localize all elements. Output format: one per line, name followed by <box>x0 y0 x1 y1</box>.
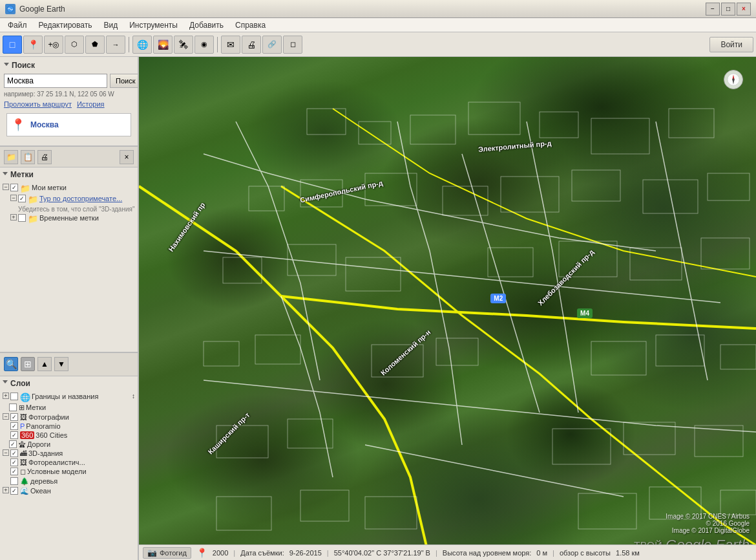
map-area[interactable]: Симферопольский пр-д Электролитный пр-д … <box>139 57 756 560</box>
labels-checkbox[interactable] <box>9 404 17 411</box>
select-tool-button[interactable]: □ <box>3 36 22 54</box>
photogid-button[interactable]: 📷 Фотогид <box>143 547 191 559</box>
altitude-value: 0 м <box>536 549 547 557</box>
tour-checkbox[interactable] <box>18 195 26 202</box>
temp-marks-item[interactable]: + 📁 Временные метки <box>10 213 135 224</box>
add-placemark-button[interactable]: +◎ <box>44 36 63 54</box>
conditional-checkbox[interactable] <box>10 468 18 475</box>
borders-scroll: ↕ <box>132 393 135 400</box>
conditional-models-layer[interactable]: ◻ Условные модели <box>10 467 135 477</box>
print-button[interactable]: 🖨 <box>242 36 261 54</box>
status-sep-1: | <box>233 549 235 557</box>
panoramio-layer[interactable]: P Panoramio <box>10 422 135 431</box>
menu-view[interactable]: Вид <box>98 19 123 31</box>
tour-note-text: Убедитесь в том, что слой "3D-здания" <box>18 206 134 213</box>
nav-up-button[interactable]: ▲ <box>37 357 52 371</box>
photo-realistic-layer[interactable]: 🖼 Фотореалистич... <box>10 458 135 467</box>
polygon-button[interactable]: ⬟ <box>85 36 105 54</box>
panel-toolbar: 📁 📋 🖨 × <box>0 147 138 167</box>
search-nav-button[interactable]: 🔍 <box>4 357 18 371</box>
nav-down-button[interactable]: ▼ <box>54 357 68 371</box>
maximize-button[interactable]: □ <box>721 3 735 16</box>
my-marks-label: Мои метки <box>32 184 67 191</box>
share-button[interactable]: 🔗 <box>262 36 282 54</box>
m2-badge: М2 <box>490 294 506 303</box>
menu-add[interactable]: Добавить <box>184 19 229 31</box>
trees-checkbox[interactable] <box>10 477 18 485</box>
minimize-button[interactable]: − <box>706 3 720 16</box>
my-marks-checkbox[interactable] <box>10 184 18 191</box>
search-input[interactable] <box>4 74 107 88</box>
borders-expand[interactable]: + <box>3 393 9 399</box>
menu-edit[interactable]: Редактировать <box>34 19 98 31</box>
close-button[interactable]: × <box>737 3 751 16</box>
roads-label: Дороги <box>27 440 50 448</box>
menu-file[interactable]: Файл <box>3 19 32 31</box>
placemark-button[interactable]: 📍 <box>23 36 43 54</box>
roads-layer[interactable]: 🛣 Дороги <box>3 440 135 449</box>
toolbar-separator-1 <box>129 37 129 52</box>
copy-button[interactable]: 📋 <box>21 150 35 164</box>
photo-realistic-checkbox[interactable] <box>10 458 18 466</box>
layers-collapse-icon[interactable] <box>3 380 8 386</box>
satellite-button[interactable]: 🛰 <box>174 36 193 54</box>
navigate-button[interactable]: → <box>106 36 125 54</box>
path-button[interactable]: ⬡ <box>65 36 84 54</box>
close-panel-button[interactable]: × <box>120 150 134 164</box>
app-title: Google Earth <box>19 5 65 14</box>
photos-layer[interactable]: − 🖼 Фотографии <box>3 413 135 422</box>
360cities-layer[interactable]: 360 360 Cities <box>10 431 135 440</box>
borders-layer[interactable]: + 🌐 Границы и названия ↕ <box>3 392 135 403</box>
tour-label[interactable]: Тур по достопримечате... <box>39 195 122 202</box>
status-bar: 📷 Фотогид 📍 2000 | Дата съёмки: 9-26-201… <box>139 544 756 560</box>
menu-help[interactable]: Справка <box>230 19 271 31</box>
photogid-loc-icon: 📍 <box>196 548 207 558</box>
search-title: Поиск <box>12 61 35 70</box>
app-icon <box>5 4 16 14</box>
marks-collapse-icon[interactable] <box>3 172 8 178</box>
measure-button[interactable]: ◻ <box>283 36 302 54</box>
3d-buildings-layer[interactable]: − 🏙 3D-здания <box>3 449 135 458</box>
ocean-checkbox[interactable] <box>10 487 18 495</box>
history-link[interactable]: История <box>77 100 105 108</box>
email-button[interactable]: ✉ <box>221 36 240 54</box>
login-button[interactable]: Войти <box>709 37 753 52</box>
tour-expand[interactable]: − <box>10 195 17 201</box>
borders-checkbox[interactable] <box>10 393 18 400</box>
photo-button[interactable]: 🌄 <box>153 36 173 54</box>
search-collapse-icon[interactable] <box>4 63 9 69</box>
menu-tools[interactable]: Инструменты <box>124 19 183 31</box>
search-header: Поиск <box>4 61 134 70</box>
search-button[interactable]: Поиск <box>110 74 139 88</box>
photos-icon: 🖼 <box>20 413 27 421</box>
search-result-item[interactable]: 📍 Москва <box>6 113 131 136</box>
temp-marks-expand[interactable]: + <box>10 214 17 221</box>
search-result-text: Москва <box>30 120 59 129</box>
search-hint: например: 37 25 19.1 N, 122 05 06 W <box>4 91 134 98</box>
360cities-label: 360 Cities <box>36 431 67 439</box>
tour-item[interactable]: − 📁 Тур по достопримечате... <box>10 194 135 205</box>
photos-expand[interactable]: − <box>3 413 9 420</box>
my-marks-expand[interactable]: − <box>3 184 9 190</box>
sky-button[interactable]: ◉ <box>194 36 214 54</box>
roads-checkbox[interactable] <box>9 440 17 448</box>
trees-layer[interactable]: 🌲 деревья <box>10 477 135 486</box>
earth-button[interactable]: 🌐 <box>132 36 152 54</box>
3d-expand[interactable]: − <box>3 449 9 456</box>
marks-header: Метки <box>3 170 135 179</box>
360cities-checkbox[interactable] <box>10 431 18 439</box>
layers-nav-button[interactable]: ⊞ <box>21 357 35 371</box>
add-folder-button[interactable]: 📁 <box>4 150 18 164</box>
ocean-layer[interactable]: + 🌊 Океан <box>3 486 135 496</box>
compass[interactable] <box>724 70 743 89</box>
ocean-expand[interactable]: + <box>3 487 9 493</box>
print-panel-button[interactable]: 🖨 <box>37 150 52 164</box>
photos-checkbox[interactable] <box>10 413 18 421</box>
my-marks-item[interactable]: − 📁 Мои метки <box>3 183 135 194</box>
temp-folder-icon: 📁 <box>28 214 38 224</box>
3d-checkbox[interactable] <box>10 449 18 457</box>
temp-marks-checkbox[interactable] <box>18 214 26 222</box>
panoramio-checkbox[interactable] <box>10 422 18 430</box>
labels-layer[interactable]: ⊞ Метки <box>3 403 135 413</box>
route-link[interactable]: Проложить маршрут <box>4 100 72 108</box>
